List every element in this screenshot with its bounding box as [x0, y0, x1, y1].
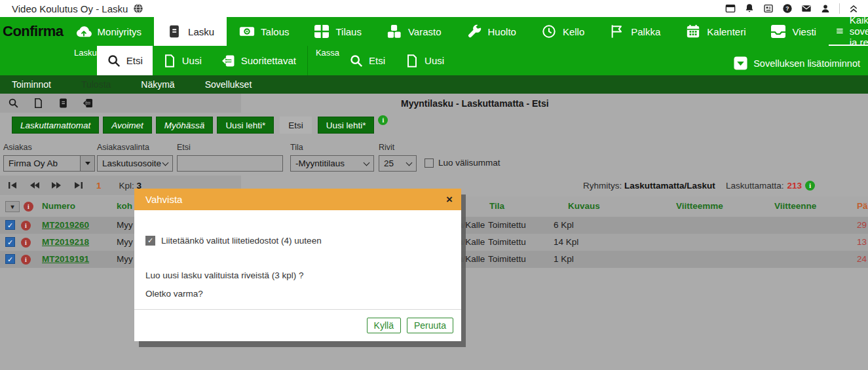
header-viitteemme[interactable]: Viitteemme	[676, 201, 723, 211]
chevron-down-icon	[364, 159, 370, 166]
bell-icon[interactable]	[744, 3, 755, 14]
row-alert-icon[interactable]: i	[21, 255, 31, 265]
header-paiva[interactable]: Pä	[857, 201, 868, 211]
tab-uusi-lehti-2[interactable]: Uusi lehti*	[318, 117, 375, 134]
titlebar-icons: ?	[725, 3, 859, 14]
unbilled-label: Laskuttamatta:	[726, 181, 784, 191]
row-checkbox[interactable]: ✓	[5, 220, 15, 230]
header-tila[interactable]: Tila	[489, 201, 504, 211]
news-icon[interactable]	[763, 3, 774, 14]
tab-avoimet[interactable]: Avoimet	[103, 117, 152, 134]
document-arrow-icon	[221, 54, 236, 68]
menu-nakyma[interactable]: Näkymä	[141, 79, 174, 90]
nav-item-moniyritys[interactable]: Moniyritys	[64, 17, 155, 46]
tab-uusi-lehti-1[interactable]: Uusi lehti*	[217, 117, 274, 134]
nav-item-viesti[interactable]: Viesti	[758, 17, 828, 46]
select-all-caret-button[interactable]: ▾	[5, 201, 20, 212]
asiakas-combobox[interactable]: Firma Oy Ab	[3, 155, 81, 172]
search-tool-icon[interactable]	[8, 98, 19, 109]
dialog-title: Vahvista	[145, 194, 182, 205]
subnav-kassa-etsi[interactable]: Etsi	[339, 46, 395, 75]
asiakasvalinta-label: Asiakasvalinta	[97, 143, 149, 152]
window-icon[interactable]	[725, 3, 736, 14]
cancel-button[interactable]: Peruuta	[407, 318, 453, 333]
header-viitteenne[interactable]: Viitteenne	[774, 201, 816, 211]
new-document-icon	[405, 54, 419, 68]
app-more-actions-label: Sovelluksen lisätoiminnot	[753, 58, 860, 69]
menu-toiminnot[interactable]: Toiminnot	[12, 79, 51, 90]
nav-item-talous[interactable]: Talous	[227, 17, 301, 46]
close-icon[interactable]: ×	[446, 194, 453, 205]
titlebar-divider	[839, 3, 840, 14]
rivit-value: 25	[384, 158, 394, 168]
nav-item-palkka[interactable]: Palkka	[597, 17, 673, 46]
app-more-actions[interactable]: Sovelluksen lisätoiminnot	[734, 56, 860, 70]
nav-item-kello[interactable]: Kello	[529, 17, 597, 46]
header-numero[interactable]: Numero	[42, 201, 75, 211]
nav-all-apps[interactable]: Kaikki sovellukset ja rekisterit	[829, 17, 868, 46]
current-page: 1	[96, 181, 102, 191]
filter-bar: Asiakas Asiakasvalinta Etsi Tila Rivit F…	[0, 138, 868, 176]
asiakas-label: Asiakas	[3, 143, 32, 152]
mail-icon[interactable]	[801, 3, 812, 14]
nav-item-lasku[interactable]: Lasku	[154, 17, 227, 46]
nav-item-varasto[interactable]: Varasto	[374, 17, 454, 46]
nav-item-tilaus[interactable]: Tilaus	[301, 17, 373, 46]
nav-item-label: Varasto	[408, 26, 442, 37]
tila-select[interactable]: -Myyntitilaus	[290, 155, 374, 172]
valisummat-checkbox[interactable]	[425, 158, 434, 168]
document-tool-icon[interactable]	[58, 98, 69, 109]
cell-tila: Toimitettu	[488, 220, 526, 230]
attachments-checkbox[interactable]: ✓	[145, 236, 155, 246]
first-page-icon[interactable]	[8, 181, 18, 189]
cell-paiva: 24	[857, 254, 867, 264]
cell-kuvaus: 14 Kpl	[554, 237, 578, 247]
row-checkbox[interactable]: ✓	[5, 237, 15, 247]
toolbar-icon-panel	[0, 94, 241, 113]
unbilled-info-icon[interactable]: i	[805, 181, 815, 191]
tab-myohassa[interactable]: Myöhässä	[156, 117, 214, 134]
row-alert-icon[interactable]: i	[21, 221, 31, 231]
invoice-link[interactable]: MT2019218	[42, 237, 89, 247]
help-icon[interactable]: ?	[782, 3, 793, 14]
subnav-kassa-uusi[interactable]: Uusi	[395, 46, 454, 75]
flag-icon	[609, 24, 625, 39]
view-tabs: Laskuttamattomat Avoimet Myöhässä Uusi l…	[0, 113, 868, 138]
yes-button[interactable]: Kyllä	[367, 318, 401, 333]
collapse-icon[interactable]	[848, 3, 859, 14]
subnav-lasku-uusi[interactable]: Uusi	[153, 46, 212, 75]
row-checkbox[interactable]: ✓	[5, 254, 15, 264]
tab-laskuttamattomat[interactable]: Laskuttamattomat	[12, 117, 99, 134]
document-import-tool-icon[interactable]	[83, 98, 94, 109]
tab-etsi[interactable]: Etsi	[280, 117, 312, 134]
info-icon[interactable]: i	[378, 115, 388, 125]
prev-page-icon[interactable]	[29, 181, 40, 189]
nav-item-kalenteri[interactable]: Kalenteri	[673, 17, 758, 46]
menu-sovellukset[interactable]: Sovellukset	[205, 79, 252, 90]
cell-kuvaus: 6 Kpl	[554, 220, 574, 230]
invoice-link[interactable]: MT2019260	[42, 220, 89, 230]
new-document-tool-icon[interactable]	[33, 98, 44, 109]
grid-icon	[314, 24, 330, 39]
row-alert-icon[interactable]: i	[21, 238, 31, 248]
invoice-link[interactable]: MT2019191	[42, 254, 89, 264]
header-kohde[interactable]: koh	[117, 201, 132, 211]
asiakas-value: Firma Oy Ab	[9, 158, 58, 168]
tila-label: Tila	[290, 143, 303, 152]
attachments-checkbox-label: Liitetäänkö valitut liitetiedostot (4) u…	[161, 236, 322, 246]
cell-tila: Toimitettu	[488, 237, 526, 247]
asiakas-dropdown-button[interactable]	[81, 155, 95, 172]
last-page-icon[interactable]	[73, 181, 83, 189]
next-page-icon[interactable]	[51, 181, 62, 189]
user-icon[interactable]	[820, 3, 831, 14]
subnav-lasku-suoritettavat[interactable]: Suoritettavat	[212, 46, 306, 75]
nav-item-huolto[interactable]: Huolto	[454, 17, 529, 46]
asiakasvalinta-value: Laskutusosoite	[102, 158, 161, 168]
header-kuvaus[interactable]: Kuvaus	[568, 201, 600, 211]
rivit-select[interactable]: 25	[379, 155, 417, 172]
subnav-lasku-etsi[interactable]: Etsi	[97, 46, 153, 75]
nav-item-label: Tilaus	[335, 26, 361, 37]
dialog-header: Vahvista ×	[134, 189, 461, 210]
etsi-input[interactable]	[177, 155, 283, 172]
asiakasvalinta-select[interactable]: Laskutusosoite	[97, 155, 173, 172]
